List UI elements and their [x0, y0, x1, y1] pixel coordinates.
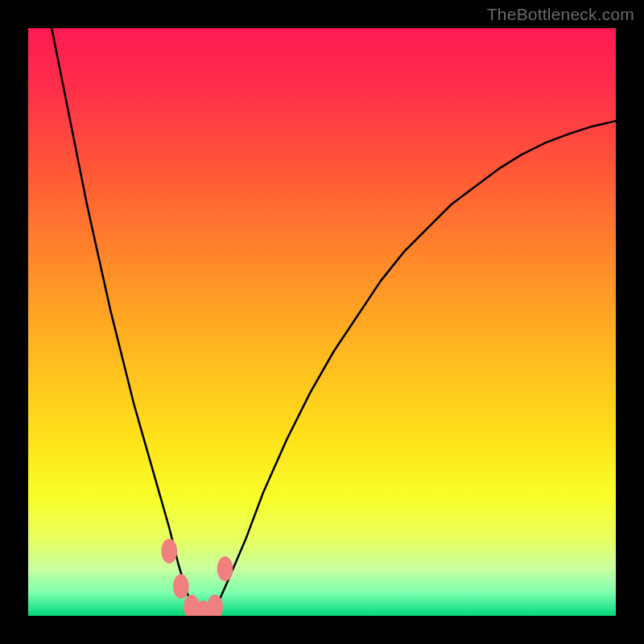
chart-frame: TheBottleneck.com: [0, 0, 644, 644]
bottleneck-curve: [52, 28, 616, 615]
highlight-dot: [217, 556, 233, 581]
watermark-text: TheBottleneck.com: [487, 5, 634, 24]
highlight-dot: [161, 539, 177, 564]
highlight-dots: [161, 539, 233, 616]
highlight-dot: [173, 574, 189, 599]
curve-layer: [28, 28, 616, 616]
plot-area: [28, 28, 616, 616]
